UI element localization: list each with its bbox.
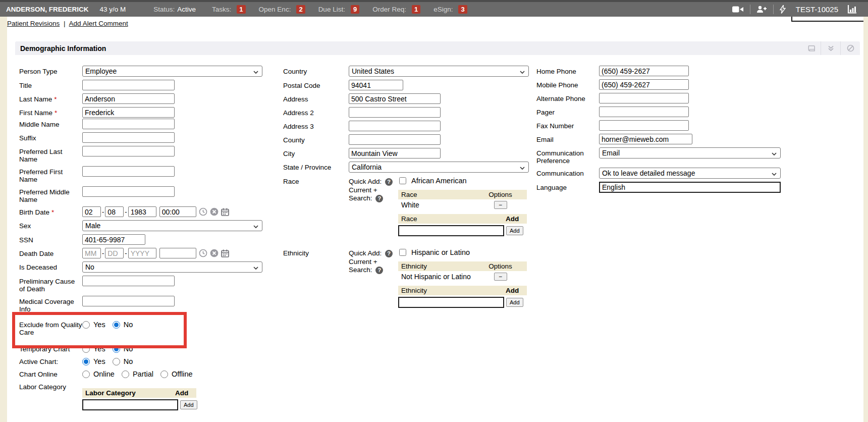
preferred-middle-name-input[interactable] bbox=[82, 186, 175, 197]
birth-day-input[interactable] bbox=[105, 206, 124, 217]
sex-select[interactable]: Male bbox=[82, 220, 262, 231]
birth-month-input[interactable] bbox=[82, 206, 101, 217]
medical-coverage-input[interactable] bbox=[82, 296, 175, 306]
add-alert-comment-link[interactable]: Add Alert Comment bbox=[69, 20, 128, 27]
clock-icon[interactable] bbox=[199, 207, 207, 216]
help-icon[interactable]: ? bbox=[385, 250, 393, 257]
mobile-phone-input[interactable] bbox=[599, 79, 689, 90]
help-icon[interactable]: ? bbox=[385, 178, 393, 186]
active-chart-no-option[interactable]: No bbox=[113, 357, 133, 365]
birth-time-input[interactable] bbox=[159, 206, 196, 217]
preferred-last-name-input[interactable] bbox=[82, 146, 175, 156]
ethnicity-add-input[interactable] bbox=[398, 297, 504, 308]
video-camera-icon[interactable] bbox=[727, 6, 749, 13]
county-input[interactable] bbox=[349, 134, 441, 145]
chart-online-offline-radio[interactable] bbox=[160, 371, 168, 378]
chart-online-partial-radio[interactable] bbox=[122, 371, 129, 378]
race-add-button[interactable]: Add bbox=[506, 226, 523, 235]
first-name-input[interactable] bbox=[82, 107, 175, 118]
active-chart-yes-option[interactable]: Yes bbox=[82, 357, 105, 365]
fax-number-input[interactable] bbox=[599, 120, 689, 131]
patient-revisions-link[interactable]: Patient Revisions bbox=[7, 20, 60, 27]
order-req-count-badge[interactable]: 1 bbox=[412, 5, 420, 14]
address3-input[interactable] bbox=[349, 121, 441, 131]
race-quick-add-option[interactable]: African American bbox=[398, 177, 538, 185]
email-input[interactable] bbox=[599, 134, 692, 144]
tasks-counter[interactable]: Tasks: 1 bbox=[212, 5, 246, 14]
alternate-phone-input[interactable] bbox=[599, 93, 689, 103]
death-year-input[interactable] bbox=[128, 248, 156, 258]
temporary-chart-no-radio[interactable] bbox=[113, 345, 120, 353]
african-american-checkbox[interactable] bbox=[399, 177, 406, 184]
title-label: Title bbox=[19, 80, 82, 89]
labor-category-input[interactable] bbox=[82, 399, 178, 410]
exclude-quality-yes-option[interactable]: Yes bbox=[82, 321, 105, 329]
city-input[interactable] bbox=[349, 148, 441, 159]
pager-input[interactable] bbox=[599, 107, 689, 117]
ethnicity-quick-add-option[interactable]: Hispanic or Latino bbox=[398, 248, 538, 256]
race-remove-button[interactable]: − bbox=[494, 201, 507, 209]
suffix-input[interactable] bbox=[82, 132, 175, 143]
calendar-icon[interactable] bbox=[221, 208, 229, 216]
calendar-icon[interactable] bbox=[221, 249, 229, 257]
lightning-icon[interactable] bbox=[775, 5, 791, 14]
exclude-quality-no-radio[interactable] bbox=[113, 321, 120, 329]
address-input[interactable] bbox=[349, 93, 441, 104]
communication-preference-select[interactable]: Email bbox=[599, 147, 781, 159]
open-enc-counter[interactable]: Open Enc: 2 bbox=[259, 5, 305, 14]
postal-code-input[interactable] bbox=[349, 80, 403, 90]
address2-input[interactable] bbox=[349, 107, 441, 118]
title-input[interactable] bbox=[82, 80, 175, 90]
active-chart-yes-radio[interactable] bbox=[82, 358, 90, 365]
clear-icon[interactable] bbox=[210, 207, 219, 216]
chart-online-offline-option[interactable]: Offline bbox=[160, 370, 193, 378]
add-person-icon[interactable] bbox=[751, 6, 772, 13]
exclude-quality-no-option[interactable]: No bbox=[113, 321, 133, 329]
communication-select[interactable]: Ok to leave detailed message bbox=[599, 168, 781, 179]
country-select[interactable]: United States bbox=[349, 66, 529, 77]
state-province-select[interactable]: California bbox=[349, 162, 529, 173]
clock-icon[interactable] bbox=[199, 249, 207, 257]
death-day-input[interactable] bbox=[105, 248, 124, 258]
chart-online-partial-option[interactable]: Partial bbox=[122, 370, 153, 378]
death-time-input[interactable] bbox=[159, 248, 196, 258]
birth-year-input[interactable] bbox=[128, 206, 156, 217]
person-type-select[interactable]: Employee bbox=[82, 66, 262, 77]
labor-category-add-button[interactable]: Add bbox=[180, 400, 197, 409]
help-icon[interactable]: ? bbox=[375, 267, 383, 274]
ssn-input[interactable] bbox=[82, 234, 145, 245]
bar-chart-icon[interactable] bbox=[842, 5, 862, 14]
esign-counter[interactable]: eSign: 3 bbox=[433, 5, 467, 14]
middle-name-input[interactable] bbox=[82, 119, 175, 129]
home-phone-input[interactable] bbox=[599, 66, 689, 76]
last-name-input[interactable] bbox=[82, 93, 175, 104]
hispanic-or-latino-checkbox[interactable] bbox=[399, 249, 406, 256]
system-id[interactable]: TEST-10025 bbox=[796, 5, 838, 14]
due-list-count-badge[interactable]: 9 bbox=[351, 5, 359, 14]
order-req-counter[interactable]: Order Req: 1 bbox=[372, 5, 420, 14]
tasks-count-badge[interactable]: 1 bbox=[237, 5, 245, 14]
preliminary-cause-input[interactable] bbox=[82, 276, 175, 286]
temporary-chart-yes-radio[interactable] bbox=[82, 345, 90, 353]
language-input[interactable] bbox=[599, 182, 781, 193]
active-chart-no-radio[interactable] bbox=[113, 358, 120, 365]
help-icon[interactable]: ? bbox=[375, 195, 383, 202]
temporary-chart-no-option[interactable]: No bbox=[113, 345, 133, 353]
ethnicity-remove-button[interactable]: − bbox=[494, 273, 507, 281]
chart-online-online-option[interactable]: Online bbox=[82, 370, 115, 378]
ethnicity-add-button[interactable]: Add bbox=[506, 298, 523, 307]
clear-icon[interactable] bbox=[210, 249, 219, 257]
exclude-quality-yes-radio[interactable] bbox=[82, 321, 90, 329]
open-enc-count-badge[interactable]: 2 bbox=[296, 5, 305, 14]
is-deceased-select[interactable]: No bbox=[82, 261, 262, 273]
disable-icon[interactable] bbox=[840, 41, 860, 55]
esign-count-badge[interactable]: 3 bbox=[458, 5, 467, 14]
race-add-input[interactable] bbox=[398, 225, 504, 236]
preferred-first-name-input[interactable] bbox=[82, 166, 175, 177]
book-icon[interactable] bbox=[801, 41, 821, 55]
due-list-counter[interactable]: Due List: 9 bbox=[318, 5, 360, 14]
temporary-chart-yes-option[interactable]: Yes bbox=[82, 345, 105, 353]
death-month-input[interactable] bbox=[82, 248, 101, 258]
chart-online-online-radio[interactable] bbox=[82, 371, 90, 378]
collapse-icon[interactable] bbox=[821, 41, 840, 55]
